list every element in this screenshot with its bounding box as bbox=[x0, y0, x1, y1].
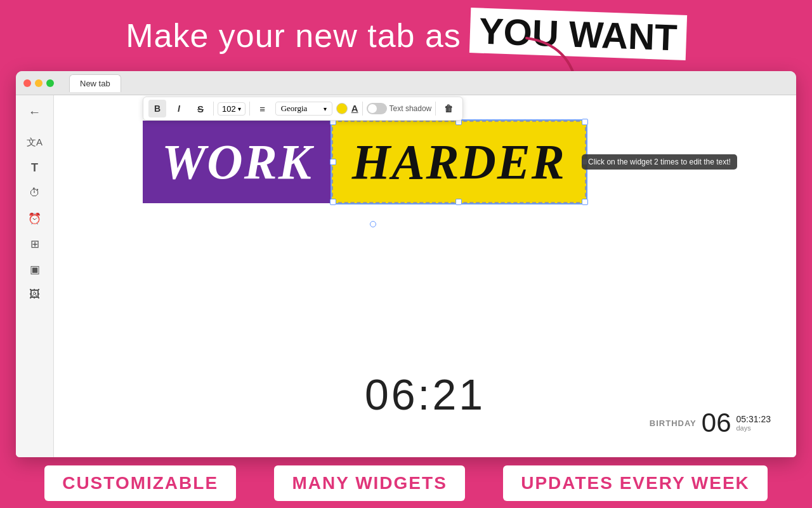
align-button[interactable]: ≡ bbox=[254, 100, 272, 117]
text-shadow-toggle[interactable]: Text shadow bbox=[367, 103, 432, 114]
italic-button[interactable]: I bbox=[170, 100, 188, 117]
font-size-selector[interactable]: 102 ▾ bbox=[218, 102, 246, 116]
strikethrough-button[interactable]: S bbox=[192, 100, 209, 117]
toolbar-divider-1 bbox=[213, 102, 214, 116]
widget-tooltip: Click on the widget 2 times to edit the … bbox=[582, 154, 737, 170]
traffic-lights bbox=[23, 79, 54, 87]
banner-tag-widgets-text: MANY WIDGETS bbox=[292, 473, 447, 493]
minimize-button[interactable] bbox=[35, 79, 43, 87]
toolbar-divider-2 bbox=[249, 102, 250, 116]
text-widget-right-text: HARDER bbox=[352, 133, 566, 190]
font-family-chevron: ▾ bbox=[324, 105, 327, 112]
browser-window: New tab ← 文A T ⏱ ⏰ ⊞ ▣ 🖼 bbox=[16, 71, 796, 457]
birthday-time-block: 05:31:23 days bbox=[737, 414, 771, 432]
clock-icon: ⏱ bbox=[29, 187, 40, 199]
font-size-value: 102 bbox=[222, 104, 236, 114]
text-shadow-label: Text shadow bbox=[390, 104, 432, 113]
birthday-time-unit: days bbox=[737, 424, 771, 432]
bold-button[interactable]: B bbox=[148, 100, 166, 117]
image-icon: 🖼 bbox=[29, 288, 40, 301]
font-family-value: Georgia bbox=[281, 104, 308, 114]
widget-tool-button[interactable]: ⊞ bbox=[23, 232, 46, 255]
align-icon: ≡ bbox=[259, 104, 265, 114]
banner-tag-updates: UPDATES EVERY WEEK bbox=[503, 465, 768, 501]
color-picker-button[interactable] bbox=[336, 103, 348, 114]
banner-tag-widgets: MANY WIDGETS bbox=[274, 465, 464, 501]
banner-tag-customizable-text: CUSTOMIZABLE bbox=[62, 473, 218, 493]
browser-tab[interactable]: New tab bbox=[69, 74, 121, 92]
widget-icon: ⊞ bbox=[30, 237, 39, 251]
maximize-button[interactable] bbox=[46, 79, 54, 87]
birthday-time-value: 05:31:23 bbox=[737, 414, 771, 424]
timer-icon: ⏰ bbox=[28, 212, 41, 225]
banner-tag-customizable: CUSTOMIZABLE bbox=[44, 465, 236, 501]
back-button[interactable]: ← bbox=[23, 100, 46, 123]
birthday-days: 06 bbox=[702, 408, 731, 438]
underline-icon: A bbox=[351, 103, 358, 114]
strikethrough-icon: S bbox=[197, 104, 204, 114]
handle-bottom-left[interactable] bbox=[330, 199, 336, 205]
handle-bottom-middle[interactable] bbox=[455, 199, 462, 205]
text-widget[interactable]: WORK HARDER Click on the widget 2 times … bbox=[143, 121, 586, 203]
text-icon: T bbox=[31, 161, 38, 175]
monitor-tool-button[interactable]: ▣ bbox=[23, 258, 46, 281]
browser-titlebar: New tab bbox=[16, 71, 796, 95]
trash-icon: 🗑 bbox=[444, 104, 453, 114]
translate-icon: 文A bbox=[27, 137, 43, 149]
image-tool-button[interactable]: 🖼 bbox=[23, 283, 46, 306]
main-content: B I S 102 ▾ ≡ Georgia ▾ bbox=[54, 95, 796, 457]
headline-section: Make your new tab as YOU WANT bbox=[0, 0, 812, 64]
headline-prefix: Make your new tab as bbox=[126, 17, 461, 54]
banner-tag-updates-text: UPDATES EVERY WEEK bbox=[521, 473, 750, 493]
clock-tool-button[interactable]: ⏱ bbox=[23, 182, 46, 204]
handle-middle-left[interactable] bbox=[330, 159, 336, 165]
text-widget-left-text: WORK bbox=[162, 133, 313, 190]
browser-content: ← 文A T ⏱ ⏰ ⊞ ▣ 🖼 bbox=[16, 95, 796, 457]
toolbar-divider-3 bbox=[362, 102, 363, 116]
text-toolbar: B I S 102 ▾ ≡ Georgia ▾ bbox=[143, 97, 463, 121]
delete-button[interactable]: 🗑 bbox=[440, 100, 457, 117]
close-button[interactable] bbox=[23, 79, 31, 87]
timer-tool-button[interactable]: ⏰ bbox=[23, 207, 46, 230]
birthday-display: BIRTHDAY 06 05:31:23 days bbox=[650, 408, 771, 438]
font-size-chevron: ▾ bbox=[238, 105, 241, 112]
toolbar-divider-4 bbox=[435, 102, 436, 116]
font-family-selector[interactable]: Georgia ▾ bbox=[275, 102, 332, 116]
text-widget-left: WORK bbox=[143, 121, 332, 203]
translate-tool-button[interactable]: 文A bbox=[23, 131, 46, 154]
bottom-banner: CUSTOMIZABLE MANY WIDGETS UPDATES EVERY … bbox=[0, 458, 812, 508]
sidebar: ← 文A T ⏱ ⏰ ⊞ ▣ 🖼 bbox=[16, 95, 54, 457]
handle-bottom-right[interactable] bbox=[582, 199, 588, 205]
monitor-icon: ▣ bbox=[30, 263, 40, 276]
center-divider-handle[interactable] bbox=[370, 221, 376, 227]
text-widget-right[interactable]: HARDER Click on the widget 2 times to ed… bbox=[332, 121, 586, 203]
text-tool-button[interactable]: T bbox=[23, 156, 46, 179]
birthday-label: BIRTHDAY bbox=[650, 418, 697, 428]
toggle-switch[interactable] bbox=[367, 103, 387, 114]
handle-top-right[interactable] bbox=[582, 119, 588, 125]
underline-button[interactable]: A bbox=[351, 103, 358, 114]
